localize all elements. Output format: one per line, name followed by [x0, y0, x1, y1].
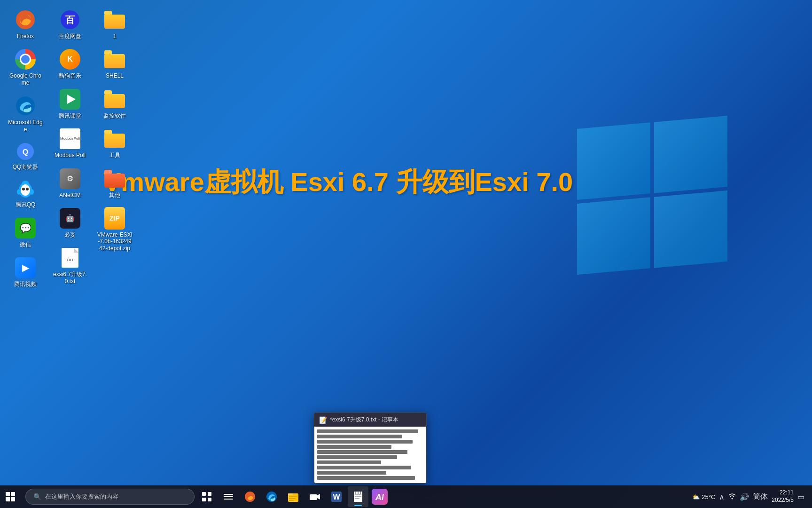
- svg-rect-40: [355, 494, 361, 495]
- taskbar-camera[interactable]: [304, 486, 325, 507]
- exsi-txt-btn[interactable]: TXT exsi6.7升级7.0.txt: [49, 243, 91, 288]
- other-btn[interactable]: 其他: [94, 164, 135, 202]
- task-view-btn[interactable]: [196, 486, 217, 507]
- taskbar-ai[interactable]: Ai: [369, 486, 390, 507]
- svg-rect-23: [208, 498, 211, 501]
- sound-icon[interactable]: 🔊: [740, 492, 749, 501]
- qq-browser-btn[interactable]: Q QQ浏览器: [5, 137, 46, 174]
- tools-icon: [103, 127, 126, 150]
- svg-point-9: [26, 188, 29, 190]
- tencent-qq-label: 腾讯QQ: [16, 201, 36, 208]
- taskbar-explorer[interactable]: [283, 486, 304, 507]
- tencent-video-label: 腾讯视频: [14, 281, 37, 287]
- network-icon[interactable]: [728, 492, 736, 501]
- svg-marker-36: [317, 494, 320, 500]
- bixby-icon: 🤖: [59, 207, 81, 230]
- monitor-sw-btn[interactable]: 监控软件: [94, 84, 135, 123]
- firefox-icon-btn[interactable]: Firefox: [5, 5, 46, 43]
- svg-rect-19: [11, 497, 15, 501]
- taskbar: 🔍 在这里输入你要搜索的内容: [0, 485, 812, 508]
- weather-temp: 25°C: [702, 493, 715, 500]
- svg-rect-31: [288, 493, 293, 495]
- clock-time: 22:11: [780, 489, 794, 497]
- folder-1-icon: [103, 8, 126, 31]
- svg-rect-42: [355, 498, 359, 499]
- notepad-line-7: [317, 460, 381, 464]
- kkbox-btn[interactable]: K 酷狗音乐: [49, 44, 91, 83]
- bixby-btn[interactable]: 🤖 必妥: [49, 203, 91, 242]
- tencent-qq-btn[interactable]: 腾讯QQ: [5, 175, 46, 212]
- svg-point-11: [30, 189, 34, 195]
- qq-browser-label: QQ浏览器: [13, 164, 39, 170]
- modbus-poll-icon: ModbusPoll: [59, 127, 81, 150]
- svg-text:Q: Q: [23, 148, 28, 156]
- anetcm-btn[interactable]: ⚙ ANetCM: [49, 164, 91, 202]
- notepad-popup[interactable]: 📝 *exsi6.7升级7.0.txt - 记事本: [314, 413, 427, 484]
- taskbar-right: ⛅ 25°C ∧ 🔊 简体 22:11 2022/5/5: [692, 489, 812, 504]
- tencent-video-btn[interactable]: ▶ 腾讯视频: [5, 253, 46, 291]
- weather-icon: ⛅: [692, 493, 700, 500]
- taskbar-search[interactable]: 🔍 在这里输入你要搜索的内容: [25, 489, 195, 505]
- tencent-video-icon: ▶: [14, 256, 37, 279]
- baidu-pan-icon: 百: [59, 8, 81, 31]
- icon-column-1: Firefox Google Chrome Microsoft Edge: [5, 5, 47, 293]
- taskbar-edge[interactable]: [261, 486, 282, 507]
- wechat-label: 微信: [20, 241, 31, 248]
- desktop: Vmware虚拟机 Esxi 6.7 升级到Esxi 7.0 Firefox: [0, 0, 812, 508]
- taskbar-clock[interactable]: 22:11 2022/5/5: [772, 489, 794, 504]
- modbus-poll-btn[interactable]: ModbusPoll Modbus Poll: [49, 124, 91, 162]
- tencent-qq-icon: [15, 179, 36, 199]
- exsi-txt-icon: TXT: [59, 246, 81, 269]
- shell-btn[interactable]: SHELL: [94, 44, 135, 83]
- taskbar-notepad[interactable]: [348, 486, 368, 507]
- svg-rect-45: [360, 492, 361, 494]
- svg-rect-16: [6, 492, 10, 496]
- wechat-btn[interactable]: 💬 微信: [5, 213, 46, 252]
- taskbar-word[interactable]: W: [326, 486, 347, 507]
- icon-column-2: 百 百度网盘 K 酷狗音乐 腾讯课堂: [49, 5, 92, 293]
- svg-rect-20: [202, 492, 206, 496]
- language-indicator[interactable]: 简体: [753, 492, 768, 502]
- taskbar-apps: W: [196, 486, 390, 507]
- tools-btn[interactable]: 工具: [94, 124, 135, 162]
- folder-1-btn[interactable]: 1: [94, 5, 135, 43]
- desktop-icons: Firefox Google Chrome Microsoft Edge: [5, 5, 136, 293]
- start-button[interactable]: [0, 486, 21, 507]
- edge-icon-btn[interactable]: Microsoft Edge: [5, 91, 46, 136]
- tencent-class-btn[interactable]: 腾讯课堂: [49, 84, 91, 123]
- edge-icon: [14, 95, 37, 117]
- anetcm-label: ANetCM: [59, 192, 80, 198]
- system-tray-btn[interactable]: ∧: [719, 492, 725, 501]
- kkbox-label: 酷狗音乐: [59, 72, 81, 79]
- shell-label: SHELL: [106, 72, 124, 79]
- show-desktop-btn[interactable]: ▭: [797, 492, 804, 501]
- notepad-line-5: [317, 450, 407, 454]
- wechat-icon: 💬: [14, 217, 37, 239]
- svg-rect-21: [208, 492, 211, 496]
- tencent-class-label: 腾讯课堂: [59, 112, 81, 119]
- win-tile-1: [577, 122, 650, 200]
- baidu-pan-btn[interactable]: 百 百度网盘: [49, 5, 91, 43]
- windows-logo: [577, 122, 727, 268]
- edge-label: Microsoft Edge: [7, 119, 44, 133]
- windows-menu-btn[interactable]: [218, 486, 239, 507]
- chrome-label: Google Chrome: [7, 72, 44, 86]
- modbus-poll-label: Modbus Poll: [55, 152, 86, 159]
- tools-label: 工具: [109, 152, 120, 159]
- svg-rect-25: [224, 496, 233, 497]
- clock-date: 2022/5/5: [772, 497, 794, 504]
- taskbar-firefox[interactable]: [240, 486, 260, 507]
- win-tile-2: [654, 116, 727, 193]
- svg-text:W: W: [333, 493, 340, 501]
- exsi-txt-label: exsi6.7升级7.0.txt: [52, 271, 88, 285]
- vmware-zip-btn[interactable]: ZIP VMware-ESXi-7.0b-16324942-depot.zip: [94, 203, 135, 255]
- bixby-label: 必妥: [64, 231, 76, 238]
- chrome-icon-btn[interactable]: Google Chrome: [5, 44, 46, 90]
- vmware-zip-label: VMware-ESXi-7.0b-16324942-depot.zip: [96, 231, 133, 252]
- qq-browser-icon: Q: [15, 141, 36, 162]
- taskbar-weather[interactable]: ⛅ 25°C: [692, 493, 715, 500]
- svg-point-8: [22, 188, 25, 190]
- svg-rect-34: [289, 500, 294, 501]
- folder-1-label: 1: [113, 33, 117, 40]
- icon-column-3: 1 SHELL 监控软件: [94, 5, 136, 293]
